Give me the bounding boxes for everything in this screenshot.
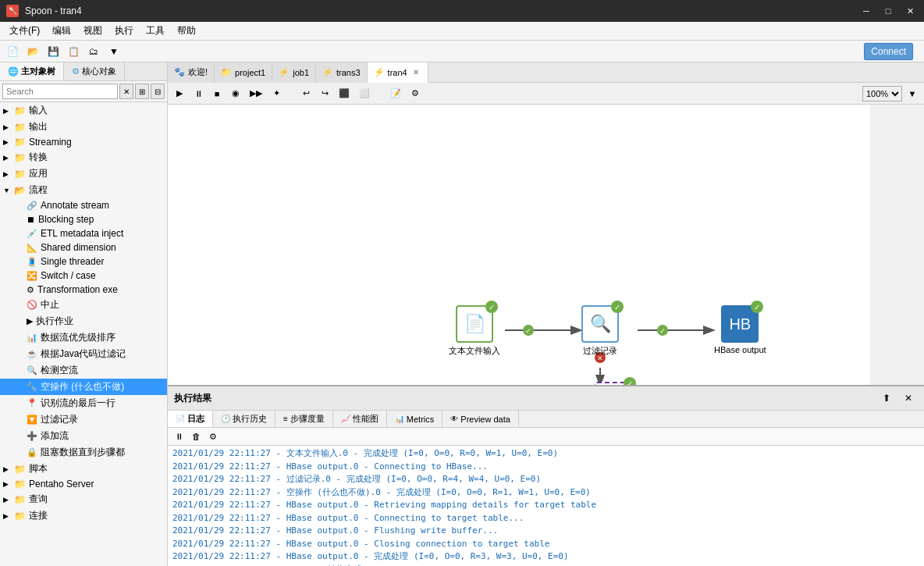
node-box-text-input[interactable]: ✓ 📄	[456, 305, 493, 343]
tree-item[interactable]: 📍识别流的最后一行	[0, 395, 167, 411]
tree-item[interactable]: 💉ETL metadata inject	[0, 226, 167, 240]
tree-item[interactable]: 🚫中止	[0, 297, 167, 313]
node-box-hbase[interactable]: ✓ HB	[721, 305, 759, 343]
menu-help[interactable]: 帮助	[171, 23, 202, 39]
bottom-tab-log[interactable]: 📄 日志	[168, 411, 213, 427]
tab-main-objects[interactable]: 🌐 主对象树	[0, 62, 64, 80]
menu-edit[interactable]: 编辑	[46, 23, 77, 39]
canvas-area[interactable]: ✓ ✓ ✕ ✓	[168, 105, 924, 385]
layout-button[interactable]: ⬜	[355, 85, 374, 102]
tab-core-objects[interactable]: ⚙ 核心对象	[64, 62, 125, 80]
tree-item-label: 中止	[41, 298, 59, 311]
node-empty-op[interactable]: ✓ 🔧 空操作 (什么也不做)	[581, 382, 644, 385]
toolbar-btn5[interactable]: 🗂	[84, 43, 103, 60]
svg-text:✓: ✓	[659, 327, 666, 335]
tree-item-label: 连接	[29, 509, 48, 522]
saveas-button[interactable]: 📋	[64, 43, 83, 60]
align-button[interactable]: ⬛	[335, 85, 354, 102]
tree-item[interactable]: ▶执行作业	[0, 313, 167, 329]
bottom-tab-perf[interactable]: 📈 性能图	[333, 411, 387, 427]
tree-item[interactable]: 🔒阻塞数据直到步骤都	[0, 444, 167, 461]
search-input[interactable]	[2, 84, 118, 99]
log-area[interactable]: 2021/01/29 22:11:27 - 文本文件输入.0 - 完成处理 (I…	[168, 446, 924, 566]
new-button[interactable]: 📄	[3, 43, 22, 60]
tree-item[interactable]: ⚙Transformation exe	[0, 283, 167, 297]
tree-item[interactable]: ▶📁Pentaho Server	[0, 477, 167, 491]
dropdown-button[interactable]: ▼	[105, 43, 123, 60]
bottom-expand-button[interactable]: ⬆	[877, 390, 896, 407]
tree-item-label: 输出	[29, 120, 48, 133]
undo-button[interactable]: ↩	[297, 85, 315, 102]
tree-item[interactable]: ▶📁查询	[0, 491, 167, 507]
save-button[interactable]: 💾	[44, 43, 62, 60]
menu-view[interactable]: 视图	[77, 23, 108, 39]
pause-button[interactable]: ⏸	[190, 85, 207, 102]
tree-item[interactable]: 🧵Single threader	[0, 255, 167, 269]
redo-button[interactable]: ↪	[316, 85, 333, 102]
minimize-button[interactable]: ─	[858, 3, 874, 19]
close-button[interactable]: ✕	[902, 3, 918, 19]
tree-item[interactable]: ⏹Blocking step	[0, 212, 167, 226]
menu-tools[interactable]: 工具	[140, 23, 171, 39]
collapse-arrow: ▶	[3, 154, 12, 162]
tab-project1[interactable]: 📁 project1	[215, 62, 272, 83]
settings-button[interactable]: ⚙	[407, 85, 424, 102]
tree-item[interactable]: ▶📁脚本	[0, 461, 167, 477]
bottom-close-button[interactable]: ✕	[899, 390, 918, 407]
log-clear-button[interactable]: 🗑	[188, 429, 204, 443]
maximize-button[interactable]: □	[880, 3, 896, 19]
debug-button[interactable]: ▶▶	[246, 85, 266, 102]
notes-button[interactable]: 📝	[386, 85, 405, 102]
collapse-all-button[interactable]: ⊟	[151, 84, 165, 99]
preview-button[interactable]: ◉	[227, 85, 244, 102]
bottom-tab-steps[interactable]: ≡ 步骤度量	[275, 411, 333, 427]
open-button[interactable]: 📂	[23, 43, 42, 60]
node-text-input[interactable]: ✓ 📄 文本文件输入	[449, 305, 500, 357]
zoom-select[interactable]: 100% 75% 150%	[862, 86, 902, 101]
tab-close-icon[interactable]: ✕	[410, 67, 421, 78]
tree-item[interactable]: 📊数据流优先级排序	[0, 329, 167, 346]
tab-tran4[interactable]: ⚡ tran4 ✕	[368, 62, 428, 83]
log-line: 2021/01/29 22:11:27 - HBase output.0 - C…	[172, 512, 919, 525]
tree-item[interactable]: 🔍检测空流	[0, 362, 167, 379]
tree-item[interactable]: 🔽过滤记录	[0, 411, 167, 428]
tree-item[interactable]: ➕添加流	[0, 428, 167, 444]
menu-run[interactable]: 执行	[108, 23, 140, 39]
tab-trans3[interactable]: ⚡ trans3	[316, 62, 368, 83]
tab-welcome[interactable]: 🐾 欢迎!	[168, 62, 215, 83]
leaf-icon: 🔒	[27, 447, 37, 457]
log-settings-button[interactable]: ⚙	[205, 429, 221, 443]
node-hbase[interactable]: ✓ HB HBase output	[714, 305, 766, 354]
run-button[interactable]: ▶	[171, 85, 188, 102]
tree-item[interactable]: ▼📂流程	[0, 182, 167, 198]
node-filter[interactable]: ✓ 🔍 过滤记录	[581, 305, 619, 357]
tree-item[interactable]: ▶📁转换	[0, 149, 167, 166]
tree-item[interactable]: ▶📁连接	[0, 507, 167, 524]
tree-item[interactable]: ▶📁Streaming	[0, 135, 167, 149]
log-pause-button[interactable]: ⏸	[171, 429, 187, 443]
connect-button[interactable]: Connect	[864, 43, 913, 60]
tree-item[interactable]: ☕根据Java代码过滤记	[0, 346, 167, 362]
tab-job1[interactable]: ⚡ job1	[272, 62, 316, 83]
bottom-tab-history[interactable]: 🕐 执行历史	[213, 411, 275, 427]
bottom-tab-preview[interactable]: 👁 Preview data	[442, 411, 519, 427]
node-check-icon: ✓	[485, 301, 498, 313]
node-box-filter[interactable]: ✓ 🔍	[581, 305, 619, 343]
tree-item[interactable]: 🔗Annotate stream	[0, 198, 167, 212]
tree-item-label: Switch / case	[41, 270, 96, 281]
expand-all-button[interactable]: ⊞	[135, 84, 149, 99]
replay-button[interactable]: ✦	[268, 85, 285, 102]
bottom-tab-metrics[interactable]: 📊 Metrics	[387, 411, 442, 427]
stop-button[interactable]: ■	[208, 85, 226, 102]
tree-item-label: 检测空流	[41, 364, 78, 377]
tree-item[interactable]: 🔀Switch / case	[0, 269, 167, 283]
menu-file[interactable]: 文件(F)	[3, 23, 46, 39]
zoom-dropdown[interactable]: ▼	[904, 85, 921, 102]
node-box-empty[interactable]: ✓ 🔧	[594, 382, 631, 385]
tree-item[interactable]: 📐Shared dimension	[0, 240, 167, 255]
tree-item[interactable]: ▶📁输入	[0, 102, 167, 119]
tree-item[interactable]: ▶📁应用	[0, 166, 167, 182]
tree-item[interactable]: 🔧空操作 (什么也不做)	[0, 379, 167, 395]
search-clear-button[interactable]: ✕	[119, 84, 133, 99]
tree-item[interactable]: ▶📁输出	[0, 119, 167, 135]
